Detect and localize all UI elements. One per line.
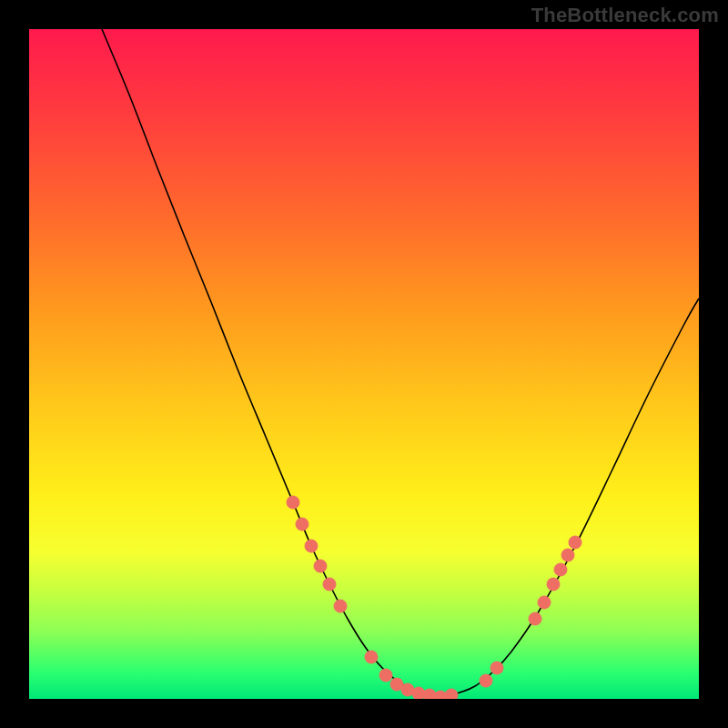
curve-marker: [569, 536, 581, 549]
curve-marker: [314, 560, 327, 572]
curve-marker: [554, 563, 567, 576]
curve-marker: [287, 496, 299, 509]
watermark-text: TheBottleneck.com: [531, 4, 719, 27]
marker-group: [287, 496, 581, 699]
curve-marker: [323, 578, 336, 591]
curve-marker: [538, 596, 551, 609]
curve-marker: [547, 578, 560, 591]
curve-marker: [561, 549, 574, 561]
bottleneck-chart: [29, 29, 699, 699]
curve-marker: [480, 674, 492, 687]
curve-marker: [379, 669, 392, 682]
curve-line: [102, 29, 699, 697]
curve-marker: [529, 612, 541, 625]
curve-marker: [365, 651, 378, 663]
curve-marker: [334, 600, 347, 612]
curve-marker: [305, 540, 318, 552]
plot-frame: [29, 29, 699, 699]
curve-marker: [490, 662, 503, 674]
curve-marker: [445, 689, 458, 699]
curve-marker: [296, 518, 308, 531]
